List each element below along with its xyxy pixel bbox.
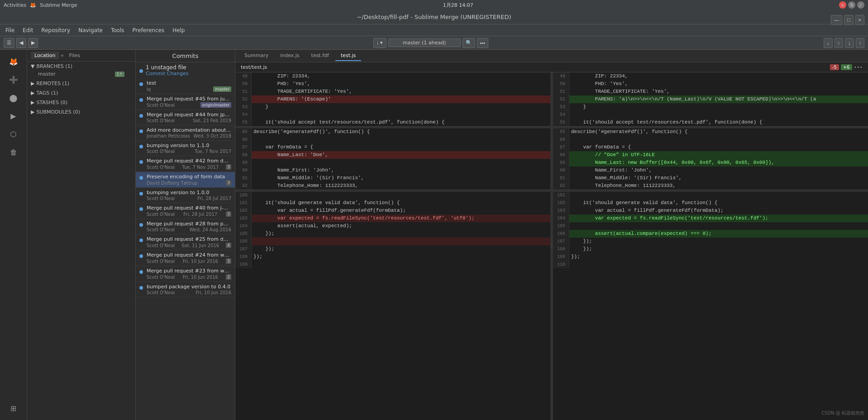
commit-item[interactable]: testlqmaster — [136, 78, 235, 94]
commit-message: Merge pull request #44 from jpetitcol… — [147, 112, 231, 118]
sidebar-icon-git[interactable]: ⬤ — [5, 90, 23, 106]
menu-help[interactable]: Help — [169, 26, 188, 34]
fetch-right-button[interactable]: ↓ — [845, 38, 854, 48]
commit-item[interactable]: Merge pull request #23 from westy9…Scott… — [136, 266, 235, 282]
line-content: } — [252, 103, 550, 111]
topbar-clock: 1月28 14:07 — [443, 2, 473, 9]
commit-dot — [139, 160, 143, 164]
line-number: 103 — [553, 207, 569, 215]
diff-panel: Summary index.js test.fdf test.js test/t… — [235, 50, 868, 420]
menu-file[interactable]: File — [2, 26, 18, 34]
master-branch-item[interactable]: master 1↑ — [27, 70, 135, 78]
fetch-button[interactable]: ↓ ▾ — [373, 38, 386, 48]
commit-meta: Jonathan PetitcolasWed, 3 Oct 2018 — [147, 134, 231, 138]
tab-summary[interactable]: Summary — [239, 51, 274, 61]
diff-more-icon[interactable]: ••• — [854, 64, 863, 70]
commit-changes-link[interactable]: Commit Changes — [146, 71, 189, 76]
branches-header[interactable]: ▼ BRANCHES (1) — [27, 62, 135, 70]
forward-button[interactable]: ▶ — [28, 38, 38, 48]
commit-item[interactable]: Merge pull request #25 from domm…Scott O… — [136, 234, 235, 250]
unstaged-section[interactable]: 1 unstaged file Commit Changes — [136, 62, 235, 78]
pull-button[interactable]: ↓ — [824, 38, 833, 48]
maximize-button[interactable]: □ — [844, 15, 854, 25]
commit-date: Sat, 23 Feb 2019 — [193, 118, 231, 123]
menu-tools[interactable]: Tools — [107, 26, 128, 34]
commit-dot — [139, 254, 143, 258]
sidebar-icon-commits[interactable]: 🦊 — [5, 53, 23, 70]
commit-message: Preserve encoding of form data — [147, 174, 231, 180]
line-number: 92 — [553, 182, 569, 190]
line-content: it('should generate valid data', functio… — [252, 199, 550, 207]
commit-date: Fri, 10 Jun 2016 — [182, 259, 218, 264]
close-button[interactable]: × — [855, 15, 864, 25]
commit-dot — [139, 82, 143, 86]
menu-preferences[interactable]: Preferences — [129, 26, 168, 34]
tab-test-js[interactable]: test.js — [335, 51, 361, 61]
commit-date: Fri, 10 Jun 2016 — [182, 275, 218, 280]
push-button[interactable]: ↑ — [835, 38, 844, 48]
commit-item[interactable]: Merge pull request #40 from j-halbe…Scot… — [136, 203, 235, 219]
commit-content: Merge pull request #45 from justin-dun…S… — [147, 96, 231, 108]
more-button[interactable]: ••• — [477, 38, 489, 48]
commit-date: Wed, 3 Oct 2018 — [193, 134, 231, 138]
commit-item[interactable]: Preserve encoding of form dataDavid Dufb… — [136, 172, 235, 188]
commit-author: Scott O'Neal — [147, 243, 175, 248]
unstaged-dot — [139, 69, 143, 73]
commit-item[interactable]: bumping version to 1.1.0Scott O'NealTue,… — [136, 141, 235, 156]
submodules-header[interactable]: ▶ SUBMODULES (0) — [27, 108, 135, 116]
sidebar-icon-grid[interactable]: ⊞ — [5, 400, 23, 416]
line-number: 50 — [235, 80, 252, 88]
line-content: var formData = { — [569, 143, 868, 151]
line-content: }); — [252, 253, 550, 261]
commit-item[interactable]: Merge pull request #42 from dapu…Scott O… — [136, 156, 235, 172]
topbar-right: × ⇅ ♪ — [839, 1, 864, 9]
commit-dot — [139, 223, 143, 227]
remotes-header[interactable]: ▶ REMOTES (1) — [27, 80, 135, 87]
branches-tree: ▼ BRANCHES (1) master 1↑ ▶ REMOTES (1) ▶… — [27, 62, 135, 420]
commit-item[interactable]: Merge pull request #24 from westy9…Scott… — [136, 250, 235, 266]
diff-line: 85describe('#generateFdf()', function() … — [553, 128, 868, 136]
menu-edit[interactable]: Edit — [19, 26, 37, 34]
menu-repository[interactable]: Repository — [38, 26, 74, 34]
diff-line: 103 var expected = fs.readFileSync('test… — [235, 215, 550, 222]
sidebar-icon-add[interactable]: ➕ — [5, 72, 23, 88]
sidebar-icon-terminal[interactable]: ▶ — [5, 108, 23, 124]
line-content: it('should accept test/resources/test.pd… — [252, 119, 550, 126]
close-window-icon[interactable]: × — [839, 1, 846, 9]
stashes-header[interactable]: ▶ STASHES (0) — [27, 99, 135, 106]
commit-author: lq — [147, 87, 151, 92]
location-tab[interactable]: Location — [31, 52, 59, 59]
tab-index-js[interactable]: index.js — [275, 51, 305, 61]
menu-navigate[interactable]: Navigate — [75, 26, 106, 34]
line-content: PHD: 'Yes', — [569, 80, 868, 88]
commit-meta: Scott O'NealSat, 11 Jun 20164 — [147, 243, 231, 248]
files-tab[interactable]: Files — [66, 52, 84, 59]
line-number: 103 — [235, 215, 252, 222]
search-button[interactable]: 🔍 — [463, 38, 475, 48]
unstaged-title: 1 unstaged file — [146, 64, 189, 71]
line-content: var expected = fs.readFileSync('test/res… — [252, 215, 550, 222]
commit-item[interactable]: Merge pull request #44 from jpetitcol…Sc… — [136, 110, 235, 125]
branches-section: ▼ BRANCHES (1) master 1↑ — [27, 62, 135, 79]
commit-item[interactable]: bumping version to 1.0.0Scott O'NealFri,… — [136, 188, 235, 203]
commit-item[interactable]: bumped package version to 0.4.0Scott O'N… — [136, 282, 235, 297]
sidebar-icon-source[interactable]: ⬡ — [5, 126, 23, 142]
commit-item[interactable]: Merge pull request #28 from paulwitha…Sc… — [136, 219, 235, 234]
tab-test-fdf[interactable]: test.fdf — [306, 51, 334, 61]
commit-message: Merge pull request #24 from westy9… — [147, 252, 231, 258]
commit-item[interactable]: Merge pull request #45 from justin-dun…S… — [136, 94, 235, 110]
minimize-button[interactable]: — — [831, 15, 842, 25]
commit-author: Scott O'Neal — [147, 165, 175, 170]
line-content: Name_First: 'John', — [569, 167, 868, 174]
commit-meta: Scott O'NealFri, 10 Jun 2016 — [147, 290, 231, 295]
commit-item[interactable]: Add more documentation about extra…Jonat… — [136, 125, 235, 141]
diff-line: 89 — [235, 159, 550, 167]
diff-line: 51 TRADE_CERTIFICATE: 'Yes', — [235, 88, 550, 95]
tags-header[interactable]: ▶ TAGS (1) — [27, 89, 135, 97]
push-right-button[interactable]: ↑ — [856, 38, 865, 48]
sidebar-icon-trash[interactable]: 🗑 — [5, 144, 23, 160]
commit-content: bumping version to 1.0.0Scott O'NealFri,… — [147, 190, 231, 201]
sidebar-toggle-button[interactable]: ☰ — [4, 38, 14, 48]
titlebar-controls[interactable]: — □ × — [831, 15, 864, 25]
back-button[interactable]: ◀ — [16, 38, 26, 48]
